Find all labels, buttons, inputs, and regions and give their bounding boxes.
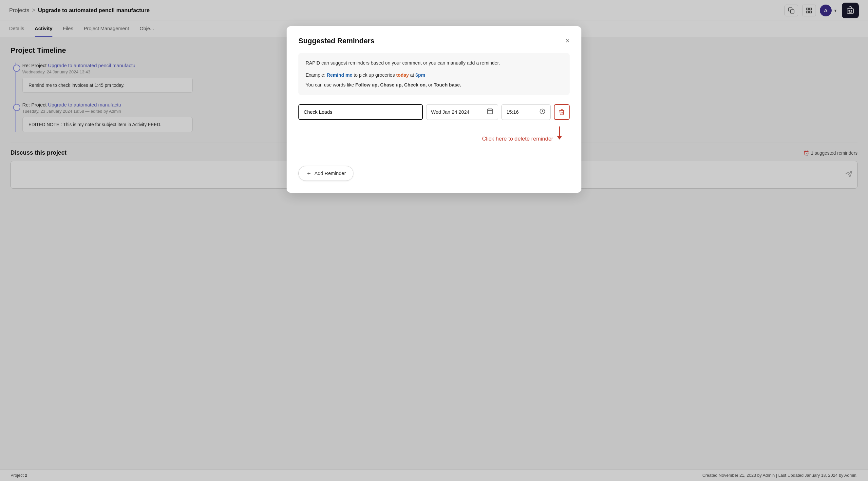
- example-at: at: [409, 72, 415, 78]
- annotation-arrowhead: [557, 136, 562, 140]
- modal-overlay[interactable]: Suggested Reminders × RAPID can suggest …: [0, 0, 868, 215]
- add-reminder-label: Add Reminder: [314, 170, 346, 176]
- modal-close-button[interactable]: ×: [565, 37, 569, 44]
- calendar-icon: [487, 108, 493, 116]
- example-mid: to pick up groceries: [352, 72, 396, 78]
- reminder-text-input[interactable]: [299, 104, 423, 120]
- modal-words: You can use words like Follow up, Chase …: [306, 81, 562, 89]
- reminder-row: Wed Jan 24 2024 15:16: [299, 104, 569, 120]
- example-time: 6pm: [415, 72, 425, 78]
- svg-rect-10: [488, 109, 493, 114]
- words-list: Follow up, Chase up, Check on,: [355, 82, 427, 88]
- modal-title: Suggested Reminders: [299, 37, 374, 45]
- plus-icon: ＋: [306, 170, 312, 177]
- words-prefix: You can use words like: [306, 82, 355, 88]
- modal-description: RAPID can suggest reminders based on you…: [299, 53, 569, 95]
- reminder-time-value: 15:16: [506, 109, 519, 115]
- delete-reminder-button[interactable]: [554, 104, 569, 120]
- suggested-reminders-modal: Suggested Reminders × RAPID can suggest …: [287, 26, 581, 193]
- annotation-area: Click here to delete reminder: [299, 126, 569, 149]
- modal-header: Suggested Reminders ×: [299, 37, 569, 45]
- annotation-line: [559, 126, 560, 136]
- words-suffix: or: [427, 82, 434, 88]
- modal-desc-line1: RAPID can suggest reminders based on you…: [306, 59, 562, 67]
- reminder-date-value: Wed Jan 24 2024: [431, 109, 469, 115]
- reminder-date-input[interactable]: Wed Jan 24 2024: [426, 104, 498, 120]
- words-touch: Touch base.: [434, 82, 461, 88]
- example-remind: Remind me: [327, 72, 352, 78]
- annotation-text: Click here to delete reminder: [482, 136, 553, 142]
- reminder-time-input[interactable]: 15:16: [501, 104, 551, 120]
- example-today: today: [396, 72, 409, 78]
- add-reminder-button[interactable]: ＋ Add Reminder: [299, 166, 353, 181]
- example-prefix: Example:: [306, 72, 327, 78]
- clock-icon: [539, 108, 546, 116]
- modal-example: Example: Remind me to pick up groceries …: [306, 71, 562, 79]
